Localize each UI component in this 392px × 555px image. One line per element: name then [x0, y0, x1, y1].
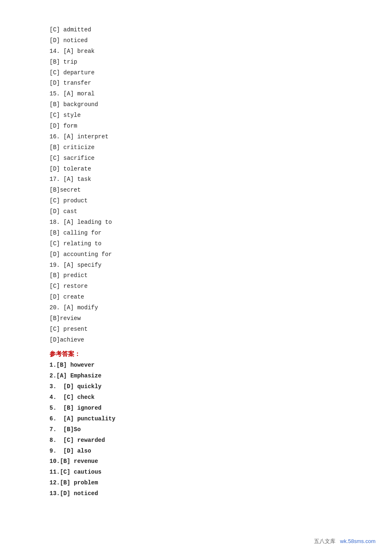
answer-item: 13.[D] noticed [50, 489, 342, 499]
answer-section: 参考答案： 1.[B] however2.[A] Emphasize3. [D]… [50, 349, 342, 499]
answers-container: 1.[B] however2.[A] Emphasize3. [D] quick… [50, 360, 342, 499]
answer-header: 参考答案： [50, 351, 80, 358]
answer-item: 4. [C] check [50, 392, 342, 403]
list-item: [B] criticize [50, 142, 342, 153]
list-item: [D] create [50, 292, 342, 303]
list-item: [D] form [50, 121, 342, 132]
answer-item: 5. [B] ignored [50, 403, 342, 414]
answer-item: 2.[A] Emphasize [50, 371, 342, 382]
footer: 五八文库 wk.58sms.com [314, 538, 375, 545]
list-item: [B] predict [50, 270, 342, 281]
list-item: [B]review [50, 313, 342, 324]
list-item: [C] present [50, 324, 342, 335]
list-item: [C] sacrifice [50, 153, 342, 164]
answer-item: 9. [D] also [50, 446, 342, 457]
list-item: [D] tolerate [50, 164, 342, 175]
list-item: [D] accounting for [50, 249, 342, 260]
list-item: [C] relating to [50, 239, 342, 249]
list-item: 19. [A] specify [50, 260, 342, 271]
lines-container: [C] admitted[D] noticed14. [A] break[B] … [50, 25, 342, 346]
answer-item: 6. [A] punctuality [50, 414, 342, 425]
list-item: [B] calling for [50, 228, 342, 239]
content-area: [C] admitted[D] noticed14. [A] break[B] … [50, 25, 342, 499]
list-item: 17. [A] task [50, 174, 342, 185]
list-item: [D] noticed [50, 36, 342, 46]
list-item: [B]secret [50, 185, 342, 196]
answer-item: 8. [C] rewarded [50, 435, 342, 446]
list-item: [D] cast [50, 206, 342, 217]
answer-item: 12.[B] problem [50, 478, 342, 489]
list-item: [C] product [50, 196, 342, 206]
list-item: [C] departure [50, 68, 342, 78]
list-item: [C] restore [50, 281, 342, 292]
list-item: 20. [A] modify [50, 303, 342, 313]
list-item: [C] admitted [50, 25, 342, 36]
list-item: [B] trip [50, 57, 342, 68]
answer-item: 10.[B] revenue [50, 456, 342, 467]
list-item: 15. [A] moral [50, 89, 342, 100]
answer-item: 3. [D] quickly [50, 382, 342, 392]
footer-site: wk.58sms.com [340, 538, 375, 544]
list-item: 18. [A] leading to [50, 217, 342, 228]
answer-item: 7. [B]So [50, 425, 342, 435]
list-item: [D] transfer [50, 78, 342, 89]
list-item: [D]achieve [50, 335, 342, 346]
list-item: 16. [A] interpret [50, 132, 342, 142]
footer-label: 五八文库 [314, 538, 335, 544]
answer-item: 1.[B] however [50, 360, 342, 371]
list-item: [B] background [50, 100, 342, 110]
answer-item: 11.[C] cautious [50, 467, 342, 478]
list-item: [C] style [50, 110, 342, 121]
list-item: 14. [A] break [50, 46, 342, 57]
